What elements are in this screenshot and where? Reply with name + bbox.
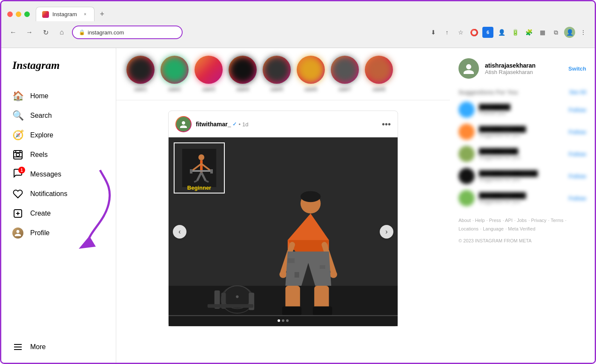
sidebar-item-home[interactable]: 🏠 Home [7,86,110,106]
sidebar-item-more[interactable]: More [7,337,110,357]
user-display-name[interactable]: atishrajasekharan [485,62,562,69]
stories-bar[interactable]: user1 user2 user3 user4 [116,48,450,100]
split-icon[interactable]: ⧉ [550,27,562,38]
suggestion-sub: Follows you [479,110,564,116]
svg-point-33 [330,271,337,278]
svg-point-15 [198,154,204,160]
follow-button[interactable]: Follow [569,195,586,202]
profile-avatar-icon [12,228,23,239]
forward-button[interactable]: → [23,26,35,38]
maximize-window-button[interactable] [24,11,30,17]
story-item[interactable]: user6 [297,56,325,92]
svg-rect-40 [313,307,332,316]
follow-button[interactable]: Follow [569,151,586,157]
svg-rect-36 [295,272,299,278]
story-item[interactable]: user1 [126,56,155,92]
sidebar-item-explore[interactable]: 🧭 Explore [7,125,110,145]
follow-button[interactable]: Follow [569,173,586,179]
minimize-window-button[interactable] [16,11,21,17]
suggestion-user-info: ██████████ Suggested for you [479,148,564,160]
lock-icon: 🔒 [79,29,85,35]
press-link[interactable]: Press [489,218,501,223]
home-button[interactable]: ⌂ [56,26,68,38]
suggestion-item: ███████████████ Suggested for you Follow [458,168,586,184]
story-ring [229,56,257,84]
story-ring [160,56,189,84]
instagram-logo[interactable]: Instagram [7,57,110,74]
sidebar-item-create[interactable]: Create [7,204,110,223]
feed-area: user1 user2 user3 user4 [116,48,450,364]
media-icon[interactable]: ▦ [537,27,548,38]
suggestions-title: Suggestions For You [458,89,518,96]
puzzle-icon[interactable]: 🧩 [523,27,534,38]
profile-sync-icon[interactable]: 👤 [496,27,507,38]
story-avatar [332,57,358,83]
privacy-link[interactable]: Privacy [531,218,547,223]
sidebar-item-notifications[interactable]: Notifications [7,184,110,204]
story-item[interactable]: user4 [229,56,257,92]
tab-close-button[interactable]: × [82,11,88,17]
post-next-button[interactable]: › [380,225,393,239]
sidebar-item-search[interactable]: 🔍 Search [7,106,110,125]
sidebar-item-messages[interactable]: 1 Messages [7,165,110,184]
language-link[interactable]: Language [483,226,504,231]
post-user-avatar[interactable] [175,116,192,132]
download-icon[interactable]: ⬇ [428,27,439,38]
post-username[interactable]: fitwithamar_ ✓ • 1d [196,121,378,128]
suggestion-name: ████████████ [479,126,564,132]
story-label: user2 [168,86,181,92]
story-item[interactable]: user3 [195,56,223,92]
follow-button[interactable]: Follow [569,107,586,113]
help-link[interactable]: Help [475,218,485,223]
reels-label: Reels [30,151,48,159]
suggestion-sub: Suggested for you [479,132,564,138]
notifications-label: Notifications [30,190,67,198]
see-all-button[interactable]: See All [569,89,586,95]
share-icon[interactable]: ↑ [441,27,453,38]
svg-rect-21 [210,169,213,173]
browser-tab[interactable]: Instagram × [36,7,95,21]
story-item[interactable]: user7 [331,56,359,92]
meta-verified-link[interactable]: Meta Verified [508,226,535,231]
api-link[interactable]: API [505,218,513,223]
post-more-button[interactable]: ••• [382,119,391,129]
menu-button[interactable]: ⋮ [578,27,589,38]
right-sidebar: atishrajasekharan Atish Rajasekharan Swi… [450,48,595,364]
extension-icon[interactable]: 6 [482,27,493,38]
url-text[interactable]: instagram.com [88,29,124,36]
post-thumbnail[interactable]: Beginner [174,142,225,193]
battery-icon[interactable]: 🔋 [510,27,521,38]
sidebar-item-reels[interactable]: Reels [7,145,110,165]
new-tab-button[interactable]: + [96,8,108,20]
post-prev-button[interactable]: ‹ [173,225,186,239]
search-label: Search [30,112,52,119]
about-link[interactable]: About [458,218,471,223]
user-avatar-icon[interactable]: 👤 [564,27,575,38]
story-item[interactable]: user8 [365,56,393,92]
story-item[interactable]: user2 [160,56,189,92]
suggestion-sub: Suggested for you [479,176,564,182]
switch-account-button[interactable]: Switch [568,65,586,72]
story-item[interactable]: user5 [263,56,291,92]
address-bar-wrapper[interactable]: 🔒 instagram.com [72,26,183,39]
follow-button[interactable]: Follow [569,129,586,135]
jobs-link[interactable]: Jobs [517,218,527,223]
svg-text:●: ● [235,293,239,300]
sidebar-item-profile[interactable]: Profile [7,223,110,243]
terms-link[interactable]: Terms [550,218,563,223]
refresh-button[interactable]: ↻ [40,26,52,38]
svg-point-32 [279,271,287,278]
star-icon[interactable]: ☆ [455,27,466,38]
address-bar[interactable]: 🔒 instagram.com [79,29,124,36]
close-window-button[interactable] [7,11,13,17]
opera-icon[interactable]: ⭕ [469,27,480,38]
verified-badge: ✓ [232,121,237,127]
story-ring [365,56,393,84]
user-profile-row: atishrajasekharan Atish Rajasekharan Swi… [458,58,586,79]
locations-link[interactable]: Locations [458,226,479,231]
story-ring [195,56,223,84]
story-label: user6 [304,86,317,92]
footer-copyright: © 2023 INSTAGRAM FROM META [458,237,586,245]
back-button[interactable]: ← [7,26,19,38]
user-avatar[interactable] [458,58,479,79]
